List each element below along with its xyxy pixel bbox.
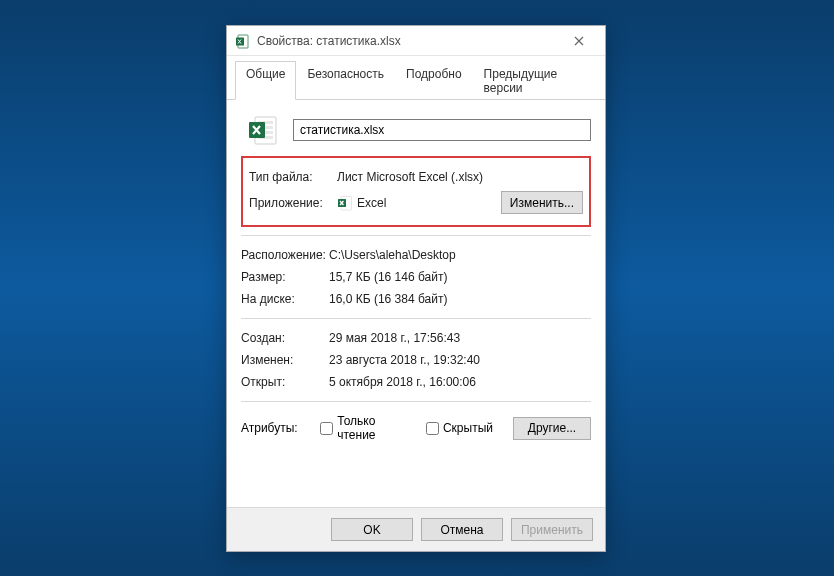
value-created: 29 мая 2018 г., 17:56:43 — [329, 331, 591, 345]
row-application: Приложение: Excel Изменить... — [249, 188, 583, 217]
filename-input[interactable] — [293, 119, 591, 141]
row-attributes: Атрибуты: Только чтение Скрытый Другие..… — [241, 410, 591, 446]
value-file-type: Лист Microsoft Excel (.xlsx) — [337, 170, 583, 184]
separator — [241, 318, 591, 319]
checkbox-hidden-wrap[interactable]: Скрытый — [426, 421, 493, 435]
row-created: Создан: 29 мая 2018 г., 17:56:43 — [241, 327, 591, 349]
cancel-button[interactable]: Отмена — [421, 518, 503, 541]
label-accessed: Открыт: — [241, 375, 329, 389]
tabs: Общие Безопасность Подробно Предыдущие в… — [227, 56, 605, 100]
row-ondisk: На диске: 16,0 КБ (16 384 байт) — [241, 288, 591, 310]
ok-button[interactable]: OK — [331, 518, 413, 541]
label-application: Приложение: — [249, 196, 337, 210]
value-location: C:\Users\aleha\Desktop — [329, 248, 591, 262]
excel-file-icon — [235, 33, 251, 49]
label-created: Создан: — [241, 331, 329, 345]
tab-details[interactable]: Подробно — [395, 61, 473, 100]
checkbox-hidden-label: Скрытый — [443, 421, 493, 435]
label-attributes: Атрибуты: — [241, 421, 310, 435]
checkbox-hidden[interactable] — [426, 422, 439, 435]
label-size: Размер: — [241, 270, 329, 284]
properties-dialog: Свойства: статистика.xlsx Общие Безопасн… — [226, 25, 606, 552]
row-size: Размер: 15,7 КБ (16 146 байт) — [241, 266, 591, 288]
titlebar-title: Свойства: статистика.xlsx — [257, 34, 559, 48]
checkbox-readonly-label: Только чтение — [337, 414, 416, 442]
separator — [241, 235, 591, 236]
label-location: Расположение: — [241, 248, 329, 262]
row-accessed: Открыт: 5 октября 2018 г., 16:00:06 — [241, 371, 591, 393]
value-modified: 23 августа 2018 г., 19:32:40 — [329, 353, 591, 367]
tab-security[interactable]: Безопасность — [296, 61, 395, 100]
close-button[interactable] — [559, 27, 599, 55]
other-attributes-button[interactable]: Другие... — [513, 417, 591, 440]
tab-previous-versions[interactable]: Предыдущие версии — [473, 61, 597, 100]
value-size: 15,7 КБ (16 146 байт) — [329, 270, 591, 284]
highlight-box: Тип файла: Лист Microsoft Excel (.xlsx) … — [241, 156, 591, 227]
label-modified: Изменен: — [241, 353, 329, 367]
change-button[interactable]: Изменить... — [501, 191, 583, 214]
row-modified: Изменен: 23 августа 2018 г., 19:32:40 — [241, 349, 591, 371]
value-ondisk: 16,0 КБ (16 384 байт) — [329, 292, 591, 306]
label-file-type: Тип файла: — [249, 170, 337, 184]
row-location: Расположение: C:\Users\aleha\Desktop — [241, 244, 591, 266]
value-application: Excel — [357, 196, 501, 210]
dialog-footer: OK Отмена Применить — [227, 507, 605, 551]
value-accessed: 5 октября 2018 г., 16:00:06 — [329, 375, 591, 389]
apply-button[interactable]: Применить — [511, 518, 593, 541]
row-file-type: Тип файла: Лист Microsoft Excel (.xlsx) — [249, 166, 583, 188]
excel-app-icon — [337, 195, 353, 211]
titlebar: Свойства: статистика.xlsx — [227, 26, 605, 56]
separator — [241, 401, 591, 402]
label-ondisk: На диске: — [241, 292, 329, 306]
tab-content-general: Тип файла: Лист Microsoft Excel (.xlsx) … — [227, 100, 605, 507]
file-header — [241, 114, 591, 146]
tab-general[interactable]: Общие — [235, 61, 296, 100]
excel-icon — [247, 114, 279, 146]
checkbox-readonly[interactable] — [320, 422, 333, 435]
checkbox-readonly-wrap[interactable]: Только чтение — [320, 414, 416, 442]
